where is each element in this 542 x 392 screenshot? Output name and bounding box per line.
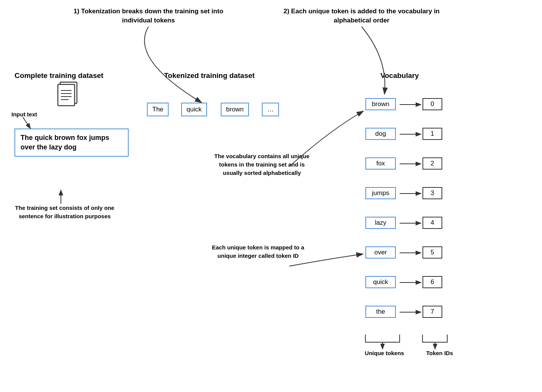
id-0: 0	[422, 98, 442, 110]
vocab-lazy: lazy	[365, 217, 396, 229]
id-5: 5	[422, 246, 442, 259]
token-ids-label: Token IDs	[415, 350, 464, 356]
id-2: 2	[422, 157, 442, 170]
token-the: The	[147, 103, 169, 116]
vocab-quick: quick	[365, 276, 396, 288]
unique-tokens-label: Unique tokens	[358, 350, 411, 356]
section-vocabulary: Vocabulary	[358, 71, 442, 80]
id-note: Each unique token is mapped to a unique …	[209, 243, 308, 260]
step1-label: 1) Tokenization breaks down the training…	[61, 7, 236, 25]
section-tokenized: Tokenized training dataset	[145, 71, 274, 80]
id-4: 4	[422, 217, 442, 229]
vocab-note: The vocabulary contains all unique token…	[209, 152, 315, 177]
vocab-over: over	[365, 246, 396, 259]
diagram: 1) Tokenization breaks down the training…	[0, 0, 542, 392]
id-3: 3	[422, 187, 442, 199]
document-icon	[56, 80, 79, 107]
arrows-overlay	[0, 0, 542, 392]
training-note: The training set consists of only one se…	[11, 204, 118, 221]
vocab-fox: fox	[365, 157, 396, 170]
step2-label: 2) Each unique token is added to the voc…	[266, 7, 457, 25]
id-7: 7	[422, 306, 442, 318]
token-quick: quick	[181, 103, 207, 116]
vocab-the: the	[365, 306, 396, 318]
svg-rect-1	[58, 84, 75, 106]
vocab-brown: brown	[365, 98, 396, 110]
section-training: Complete training dataset	[11, 71, 107, 80]
id-6: 6	[422, 276, 442, 288]
vocab-dog: dog	[365, 128, 396, 140]
vocab-jumps: jumps	[365, 187, 396, 199]
input-text-box: The quick brown fox jumps over the lazy …	[14, 129, 129, 157]
input-label: Input text	[11, 110, 37, 119]
token-brown: brown	[221, 103, 249, 116]
id-1: 1	[422, 128, 442, 140]
token-ellipsis: …	[262, 103, 279, 116]
svg-line-8	[23, 117, 30, 129]
